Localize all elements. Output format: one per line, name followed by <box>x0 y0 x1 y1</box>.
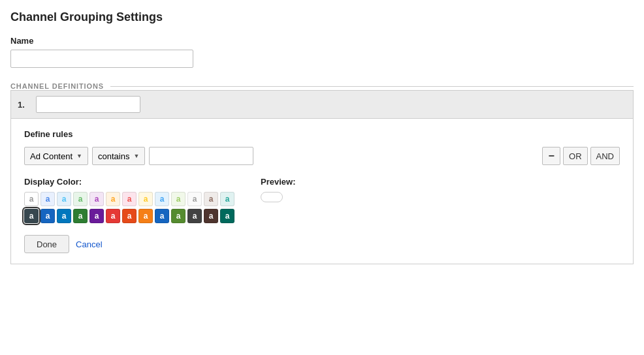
page-title: Channel Grouping Settings <box>10 10 634 24</box>
color-swatch-dark-4[interactable]: a <box>89 209 104 223</box>
color-swatch-dark-11[interactable]: a <box>204 209 218 223</box>
color-swatch-light-11[interactable]: a <box>204 192 218 206</box>
field-dropdown[interactable]: Ad Content ▼ <box>24 147 88 165</box>
name-label: Name <box>10 36 634 46</box>
color-row-2: aaaaaaaaaaaaa <box>24 209 234 223</box>
color-swatch-dark-6[interactable]: a <box>122 209 137 223</box>
color-swatch-dark-12[interactable]: a <box>220 209 234 223</box>
color-swatch-light-0[interactable]: a <box>24 192 39 206</box>
or-button[interactable]: OR <box>563 147 588 165</box>
color-swatch-light-12[interactable]: a <box>220 192 234 206</box>
rule-value-input[interactable] <box>149 147 253 165</box>
preview-section: Preview: <box>261 177 295 202</box>
display-color-area: Display Color: aaaaaaaaaaaaa aaaaaaaaaaa… <box>24 177 234 223</box>
color-swatch-dark-3[interactable]: a <box>73 209 88 223</box>
channel-body: Define rules Ad Content ▼ contains ▼ − O… <box>11 119 633 264</box>
color-row-1: aaaaaaaaaaaaa <box>24 192 234 206</box>
channel-definitions-label: CHANNEL DEFINITIONS <box>10 82 104 90</box>
channel-number: 1. <box>18 100 29 110</box>
section-divider <box>110 86 634 87</box>
remove-rule-button[interactable]: − <box>542 147 560 165</box>
color-swatch-light-4[interactable]: a <box>89 192 104 206</box>
field-dropdown-label: Ad Content <box>30 151 72 161</box>
operator-dropdown[interactable]: contains ▼ <box>92 147 145 165</box>
color-swatch-dark-0[interactable]: a <box>24 209 39 223</box>
display-color-label: Display Color: <box>24 177 234 187</box>
color-swatch-light-9[interactable]: a <box>171 192 185 206</box>
field-dropdown-chevron: ▼ <box>76 153 82 159</box>
color-swatch-dark-7[interactable]: a <box>138 209 153 223</box>
display-color-section: Display Color: aaaaaaaaaaaaa aaaaaaaaaaa… <box>24 177 620 223</box>
color-swatch-light-2[interactable]: a <box>57 192 71 206</box>
rule-row: Ad Content ▼ contains ▼ − OR AND <box>24 147 620 165</box>
color-swatch-light-10[interactable]: a <box>187 192 202 206</box>
color-swatch-dark-2[interactable]: a <box>57 209 71 223</box>
color-swatch-dark-10[interactable]: a <box>187 209 202 223</box>
color-swatch-light-6[interactable]: a <box>122 192 137 206</box>
channel-block: 1. Define rules Ad Content ▼ contains ▼ … <box>10 90 634 264</box>
preview-pill <box>261 192 283 202</box>
color-swatch-dark-8[interactable]: a <box>155 209 169 223</box>
define-rules-label: Define rules <box>24 129 620 139</box>
rule-buttons-right: − OR AND <box>542 147 620 165</box>
color-swatch-dark-9[interactable]: a <box>171 209 185 223</box>
color-swatch-light-7[interactable]: a <box>138 192 153 206</box>
color-swatch-light-5[interactable]: a <box>106 192 120 206</box>
color-swatch-dark-5[interactable]: a <box>106 209 120 223</box>
operator-dropdown-chevron: ▼ <box>133 153 139 159</box>
done-button[interactable]: Done <box>24 235 69 253</box>
channel-definitions-section-header: CHANNEL DEFINITIONS <box>10 82 634 90</box>
name-input[interactable] <box>10 50 193 68</box>
color-swatch-dark-1[interactable]: a <box>40 209 55 223</box>
action-row: Done Cancel <box>24 235 620 253</box>
color-swatch-light-3[interactable]: a <box>73 192 88 206</box>
channel-name-input[interactable] <box>36 96 140 113</box>
operator-dropdown-label: contains <box>98 151 129 161</box>
preview-label: Preview: <box>261 177 295 187</box>
color-swatch-light-1[interactable]: a <box>40 192 55 206</box>
color-grid: aaaaaaaaaaaaa aaaaaaaaaaaaa <box>24 192 234 223</box>
cancel-link[interactable]: Cancel <box>76 239 102 249</box>
color-swatch-light-8[interactable]: a <box>155 192 169 206</box>
and-button[interactable]: AND <box>590 147 620 165</box>
channel-header-row: 1. <box>11 91 633 119</box>
